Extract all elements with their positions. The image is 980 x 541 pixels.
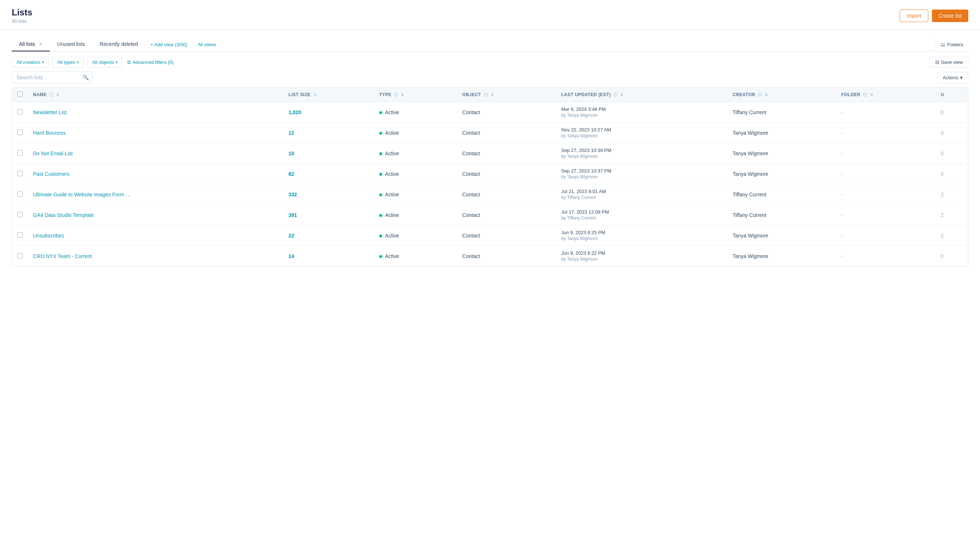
folder-value: -	[842, 109, 843, 115]
row-u-cell: 2	[935, 184, 968, 205]
last-updated-by: by Tiffany Current	[561, 195, 722, 200]
row-last-updated-cell: Nov 22, 2023 10:27 AM by Tanya Wigmore	[556, 123, 727, 143]
search-icon: 🔍	[83, 75, 89, 80]
add-view-button[interactable]: + Add view (3/50)	[145, 38, 192, 51]
row-object-cell: Contact	[457, 184, 556, 205]
sort-icon[interactable]: ⇅	[620, 93, 623, 97]
row-creator-cell: Tanya Wigmore	[728, 225, 836, 246]
sort-icon[interactable]: ⇅	[870, 93, 873, 97]
creator-name: Tiffany Current	[733, 192, 767, 198]
row-checkbox-cell[interactable]	[12, 123, 28, 143]
select-all-checkbox-header[interactable]	[12, 88, 28, 102]
row-type-cell: Active	[374, 225, 457, 246]
all-views-button[interactable]: All views	[192, 38, 221, 51]
all-creators-filter[interactable]: All creators ▾	[12, 57, 49, 67]
row-checkbox-cell[interactable]	[12, 246, 28, 267]
u-value: 0	[941, 171, 944, 177]
row-checkbox-cell[interactable]	[12, 102, 28, 123]
list-name-link[interactable]: Unsubscribes	[33, 233, 64, 239]
table-row: Do Not Email List 10 Active Contact Sep …	[12, 143, 968, 164]
list-name-link[interactable]: CRO:NYX Team - Current	[33, 253, 92, 259]
row-type-cell: Active	[374, 164, 457, 184]
close-tab-icon[interactable]: ✕	[39, 41, 43, 46]
list-name-link[interactable]: Past Customers	[33, 171, 70, 177]
tab-unused-lists[interactable]: Unused lists	[50, 37, 92, 51]
col-header-list-size: LIST SIZE ⇅	[283, 88, 374, 102]
save-view-button[interactable]: ⊟ Save view	[930, 57, 968, 67]
actions-button[interactable]: Actions ▾	[937, 72, 968, 83]
row-name-cell: Newsletter List	[28, 102, 283, 123]
all-types-filter[interactable]: All types ▾	[52, 57, 84, 67]
row-creator-cell: Tanya Wigmore	[728, 246, 836, 267]
row-checkbox[interactable]	[17, 150, 23, 156]
last-updated-by: by Tanya Wigmore	[561, 133, 722, 138]
folder-value: -	[842, 150, 843, 156]
row-name-cell: Hard Bounces	[28, 123, 283, 143]
chevron-down-icon: ▾	[116, 60, 118, 64]
status-label: Active	[385, 212, 399, 218]
folder-value: -	[842, 253, 843, 259]
col-header-last-updated: LAST UPDATED (EST) ⓘ ⇅	[556, 88, 727, 102]
row-last-updated-cell: Jul 21, 2023 8:01 AM by Tiffany Current	[556, 184, 727, 205]
import-button[interactable]: Import	[900, 10, 928, 22]
row-checkbox[interactable]	[17, 253, 23, 259]
row-name-cell: Ultimate Guide to Website Images Form …	[28, 184, 283, 205]
folder-value: -	[842, 130, 843, 136]
last-updated-date: Nov 22, 2023 10:27 AM	[561, 127, 722, 132]
col-header-name: NAME ⓘ ⇅	[28, 88, 283, 102]
tab-all-lists[interactable]: All lists ✕	[12, 37, 50, 51]
row-checkbox-cell[interactable]	[12, 164, 28, 184]
all-objects-filter[interactable]: All objects ▾	[87, 57, 122, 67]
last-updated-date: Jul 17, 2023 12:09 PM	[561, 209, 722, 215]
checkbox-all[interactable]	[17, 91, 23, 97]
row-checkbox[interactable]	[17, 191, 23, 197]
last-updated-by: by Tanya Wigmore	[561, 236, 722, 241]
row-object-cell: Contact	[457, 143, 556, 164]
folder-value: -	[842, 192, 843, 198]
list-name-link[interactable]: GA4 Data Studio Template	[33, 212, 94, 218]
row-creator-cell: Tiffany Current	[728, 102, 836, 123]
list-name-link[interactable]: Newsletter List	[33, 109, 67, 115]
list-name-link[interactable]: Ultimate Guide to Website Images Form …	[33, 192, 131, 198]
advanced-filters-button[interactable]: ⧉ Advanced filters (0)	[127, 59, 173, 65]
sort-icon[interactable]: ⇅	[401, 93, 404, 97]
row-last-updated-cell: Jul 17, 2023 12:09 PM by Tiffany Current	[556, 205, 727, 225]
row-size-cell: 332	[283, 184, 374, 205]
tab-recently-deleted[interactable]: Recently deleted	[92, 37, 145, 51]
folder-value: -	[842, 212, 843, 218]
status-dot-icon	[379, 235, 382, 238]
folder-value: -	[842, 233, 843, 239]
sort-icon[interactable]: ⇅	[491, 93, 494, 97]
row-name-cell: GA4 Data Studio Template	[28, 205, 283, 225]
status-dot-icon	[379, 193, 382, 196]
save-icon: ⊟	[935, 59, 939, 65]
row-checkbox[interactable]	[17, 109, 23, 115]
search-input[interactable]	[12, 71, 92, 84]
sort-icon[interactable]: ⇅	[313, 93, 317, 97]
row-checkbox[interactable]	[17, 171, 23, 176]
row-last-updated-cell: Sep 27, 2023 10:39 PM by Tanya Wigmore	[556, 143, 727, 164]
status-label: Active	[385, 150, 399, 156]
row-object-cell: Contact	[457, 164, 556, 184]
row-checkbox-cell[interactable]	[12, 143, 28, 164]
row-checkbox-cell[interactable]	[12, 184, 28, 205]
list-name-link[interactable]: Hard Bounces	[33, 130, 66, 136]
sort-icon[interactable]: ⇅	[765, 93, 768, 97]
row-type-cell: Active	[374, 123, 457, 143]
folders-button[interactable]: 🗂 Folders	[935, 38, 968, 51]
list-size-value: 1,020	[288, 109, 301, 115]
row-checkbox[interactable]	[17, 129, 23, 135]
filter-bar: All creators ▾ All types ▾ All objects ▾…	[12, 52, 968, 71]
row-folder-cell: -	[836, 184, 935, 205]
row-checkbox-cell[interactable]	[12, 205, 28, 225]
row-object-cell: Contact	[457, 102, 556, 123]
create-list-button[interactable]: Create list	[932, 10, 968, 22]
list-name-link[interactable]: Do Not Email List	[33, 150, 73, 156]
row-checkbox[interactable]	[17, 232, 23, 238]
row-checkbox-cell[interactable]	[12, 225, 28, 246]
status-dot-icon	[379, 173, 382, 176]
row-checkbox[interactable]	[17, 212, 23, 217]
list-size-value: 14	[288, 253, 294, 259]
sort-icon[interactable]: ⇅	[56, 93, 59, 97]
row-folder-cell: -	[836, 102, 935, 123]
